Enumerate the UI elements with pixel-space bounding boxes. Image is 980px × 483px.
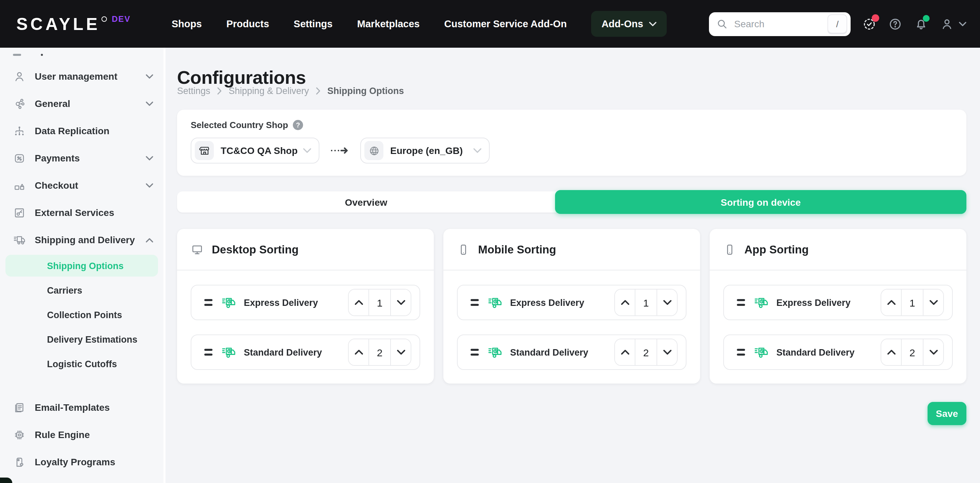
logo-text: SCAYLE xyxy=(16,14,100,34)
sidebar-item-logistic-cutoffs[interactable]: Logistic Cutoffs xyxy=(0,352,164,376)
stepper-down-button[interactable] xyxy=(391,339,410,365)
stepper-down-button[interactable] xyxy=(391,290,410,316)
view-tabs: Overview Sorting on device xyxy=(177,191,966,212)
sidebar-item-external-services[interactable]: External Services xyxy=(0,199,164,226)
monitor-icon xyxy=(191,243,204,256)
position-value[interactable]: 2 xyxy=(635,339,657,365)
help-badge-icon[interactable]: ? xyxy=(293,120,303,130)
shop-select-value: TC&CO QA Shop xyxy=(221,145,298,156)
search-icon xyxy=(716,18,727,29)
nav-customer-service-addon[interactable]: Customer Service Add-On xyxy=(444,18,567,29)
topbar-right: / xyxy=(709,0,980,48)
delivery-truck-icon xyxy=(754,345,769,359)
sidebar-item-delivery-estimations[interactable]: Delivery Estimations xyxy=(0,327,164,352)
position-value[interactable]: 1 xyxy=(368,290,391,316)
sidebar-item-checkout[interactable]: Checkout xyxy=(0,172,164,199)
stepper-up-button[interactable] xyxy=(615,339,635,365)
checkout-icon xyxy=(13,179,26,192)
drag-handle-icon[interactable] xyxy=(471,300,479,306)
shop-select[interactable]: TC&CO QA Shop xyxy=(191,138,320,164)
sidebar-item-email-templates[interactable]: Email-Templates xyxy=(0,394,164,421)
nav-marketplaces[interactable]: Marketplaces xyxy=(357,18,420,29)
tab-overview[interactable]: Overview xyxy=(177,191,555,212)
sidebar-item-general[interactable]: General xyxy=(0,90,164,117)
card-title: App Sorting xyxy=(745,243,809,256)
status-check-icon[interactable] xyxy=(862,17,877,31)
mobile-sorting-card: Mobile Sorting Express Delivery xyxy=(443,229,700,384)
shipping-option-label: Standard Delivery xyxy=(510,347,589,357)
drag-handle-icon[interactable] xyxy=(737,349,745,355)
sidebar-item-payments[interactable]: Payments xyxy=(0,144,164,172)
user-icon xyxy=(13,70,26,83)
card-body: Express Delivery 1 xyxy=(710,271,966,370)
sitemap-icon xyxy=(13,124,26,137)
save-button[interactable]: Save xyxy=(928,402,966,425)
sidebar-item-collection-points[interactable]: Collection Points xyxy=(0,303,164,327)
card-title: Desktop Sorting xyxy=(212,243,299,256)
nav-shops[interactable]: Shops xyxy=(172,18,202,29)
sidebar-item-user-management[interactable]: User management xyxy=(0,63,164,90)
app-sorting-card: App Sorting Express Delivery 1 xyxy=(710,229,966,384)
stepper-down-button[interactable] xyxy=(657,290,677,316)
chevron-up-icon xyxy=(146,238,153,242)
help-icon[interactable] xyxy=(888,17,902,31)
account-menu[interactable] xyxy=(940,17,966,31)
chevron-down-icon xyxy=(146,101,153,106)
drag-handle-icon[interactable] xyxy=(737,300,745,306)
stepper-down-button[interactable] xyxy=(923,339,943,365)
scayle-logo[interactable]: SCAYLE DEV xyxy=(16,0,131,48)
nav-settings[interactable]: Settings xyxy=(294,18,332,29)
breadcrumb-shipping-delivery[interactable]: Shipping & Delivery xyxy=(229,86,309,96)
sidebar-item-shipping-options[interactable]: Shipping Options xyxy=(5,255,158,277)
sidebar-item-carriers[interactable]: Carriers xyxy=(0,278,164,303)
shipping-option-label: Express Delivery xyxy=(244,297,318,308)
stepper-up-button[interactable] xyxy=(881,339,901,365)
card-body: Express Delivery 1 xyxy=(443,271,700,370)
stepper-up-button[interactable] xyxy=(349,339,368,365)
chevron-down-icon xyxy=(649,21,657,26)
sidebar-item-data-replication[interactable]: Data Replication xyxy=(0,117,164,144)
card-header: App Sorting xyxy=(710,229,966,271)
position-value[interactable]: 1 xyxy=(901,290,923,316)
drag-handle-icon[interactable] xyxy=(471,349,479,355)
position-stepper: 1 xyxy=(348,289,411,316)
search-input[interactable] xyxy=(733,18,827,30)
delivery-truck-icon xyxy=(754,296,769,309)
sidebar-item-loyalty-programs[interactable]: Loyalty Programs xyxy=(0,448,164,475)
stepper-up-button[interactable] xyxy=(881,290,901,316)
nav-addons-dropdown[interactable]: Add-Ons xyxy=(591,11,667,37)
stepper-down-button[interactable] xyxy=(657,339,677,365)
chevron-down-icon xyxy=(959,21,966,26)
sidebar-item-shipping-and-delivery[interactable]: Shipping and Delivery xyxy=(0,226,164,253)
position-stepper: 2 xyxy=(881,339,944,366)
delivery-truck-icon xyxy=(221,296,236,309)
sort-row-express: Express Delivery 1 xyxy=(191,285,420,320)
sort-row-express: Express Delivery 1 xyxy=(457,285,686,320)
chevron-right-icon xyxy=(316,87,320,95)
stepper-down-button[interactable] xyxy=(923,290,943,316)
drag-handle-icon[interactable] xyxy=(204,349,213,355)
notifications-bell-icon[interactable] xyxy=(914,17,928,31)
breadcrumb: Settings Shipping & Delivery Shipping Op… xyxy=(177,86,404,96)
position-value[interactable]: 2 xyxy=(901,339,923,365)
partial-icon xyxy=(13,54,21,56)
position-stepper: 1 xyxy=(881,289,944,316)
stepper-up-button[interactable] xyxy=(349,290,368,316)
breadcrumb-settings[interactable]: Settings xyxy=(177,86,210,96)
position-value[interactable]: 2 xyxy=(368,339,391,365)
drag-handle-icon[interactable] xyxy=(204,300,213,306)
position-value[interactable]: 1 xyxy=(635,290,657,316)
tab-sorting-on-device[interactable]: Sorting on device xyxy=(555,190,966,214)
logo-ring-icon xyxy=(102,16,107,22)
user-icon xyxy=(940,17,954,31)
nav-products[interactable]: Products xyxy=(226,18,269,29)
stepper-up-button[interactable] xyxy=(615,290,635,316)
topbar-icons xyxy=(862,17,966,31)
country-select[interactable]: Europe (en_GB) xyxy=(360,138,490,164)
selector-label-row: Selected Country Shop ? xyxy=(191,120,303,130)
nav-addons-label: Add-Ons xyxy=(601,18,643,29)
app-root: SCAYLE DEV Shops Products Settings Marke… xyxy=(0,0,980,483)
dashed-arrow-icon xyxy=(330,147,349,155)
shipping-option-label: Standard Delivery xyxy=(776,347,855,357)
sidebar-item-rule-engine[interactable]: Rule Engine xyxy=(0,421,164,448)
